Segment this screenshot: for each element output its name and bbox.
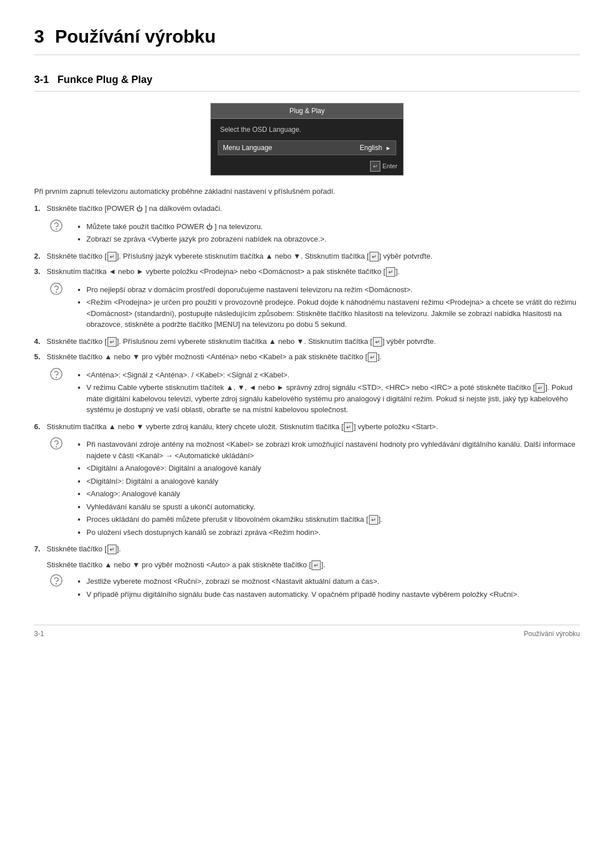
step-4: 4. Stiskněte tlačítko [↵]. Příslušnou ze…: [34, 336, 580, 347]
osd-enter-label: Enter: [383, 161, 397, 171]
section-header: 3-1 Funkce Plug & Play: [34, 72, 580, 92]
step-7-note-bullet-1: Jestliže vyberete možnost <Ruční>, zobra…: [86, 576, 580, 587]
osd-language-label: Menu Language: [223, 143, 272, 153]
step-1: 1. Stiskněte tlačítko [POWER ⏻ ] na dálk…: [34, 203, 580, 214]
step-6-note-bullet-6: Proces ukládání do paměti můžete přeruši…: [86, 514, 580, 525]
step-1-note-bullet-1: Můžete také použít tlačítko POWER ⏻ ] na…: [86, 221, 580, 232]
step-6-note: Při nastavování zdroje antény na možnost…: [50, 437, 580, 540]
step-5-note-bullet-1: <Anténa>: <Signál z <Anténa>. / <Kabel>:…: [86, 369, 580, 381]
section-number: 3-1: [34, 74, 49, 85]
step-3-number: 3.: [34, 266, 47, 277]
step-6: 6. Stisknutím tlačítka ▲ nebo ▼ vyberte …: [34, 421, 580, 433]
step-6-text: Stisknutím tlačítka ▲ nebo ▼ vyberte zdr…: [47, 421, 438, 433]
step-5-number: 5.: [34, 351, 47, 363]
step-7-note-bullet-2: V případě příjmu digitálního signálu bud…: [86, 589, 580, 600]
step-5: 5. Stiskněte tlačítko ▲ nebo ▼ pro výběr…: [34, 351, 580, 363]
footer-page-number: 3-1: [34, 629, 44, 639]
osd-arrow-right-icon: ►: [385, 144, 391, 152]
step-1-note-content: Můžete také použít tlačítko POWER ⏻ ] na…: [67, 219, 580, 247]
step-2-number: 2.: [34, 251, 47, 262]
section-title-text: Funkce Plug & Play: [57, 74, 152, 85]
osd-subtitle: Select the OSD Language.: [211, 119, 403, 138]
step-1-note: Můžete také použít tlačítko POWER ⏻ ] na…: [50, 219, 580, 247]
osd-title: Plug & Play: [211, 103, 403, 119]
svg-point-1: [56, 228, 57, 229]
osd-dialog: Plug & Play Select the OSD Language. Men…: [210, 103, 404, 176]
step-6-note-bullet-7: Po uložení všech dostupných kanálů se zo…: [86, 527, 580, 538]
note-icon-5: [50, 368, 63, 380]
step-7-text: Stiskněte tlačítko [↵].: [47, 543, 121, 555]
note-icon-6: [50, 437, 63, 450]
step-3-text: Stisknutím tlačítka ◄ nebo ► vyberte pol…: [47, 266, 400, 277]
osd-language-value: English ►: [360, 143, 391, 153]
step-4-number: 4.: [34, 336, 47, 347]
step-7: 7. Stiskněte tlačítko [↵].: [34, 543, 580, 555]
step-6-number: 6.: [34, 421, 47, 433]
step-3-note: Pro nejlepší obraz v domácím prostředí d…: [50, 282, 580, 333]
chapter-header: 3 Používání výrobku: [34, 23, 580, 55]
osd-enter-bar: ↵ Enter: [211, 157, 403, 175]
body-intro: Při prvním zapnutí televizoru automatick…: [34, 186, 580, 197]
step-5-note: <Anténa>: <Signál z <Anténa>. / <Kabel>:…: [50, 367, 580, 418]
page-footer: 3-1 Používání výrobku: [34, 625, 580, 639]
step-7-subtext: Stiskněte tlačítko ▲ nebo ▼ pro výběr mo…: [47, 559, 580, 571]
note-icon-7: [50, 574, 63, 587]
osd-language-row: Menu Language English ►: [218, 140, 396, 155]
step-7-note-content: Jestliže vyberete možnost <Ruční>, zobra…: [67, 574, 580, 602]
step-3-note-bullet-1: Pro nejlepší obraz v domácím prostředí d…: [86, 284, 580, 296]
chapter-number: 3: [34, 26, 44, 47]
osd-language-value-text: English: [360, 143, 382, 153]
step-5-note-bullet-2: V režimu Cable vyberte stisknutím tlačít…: [86, 382, 580, 416]
step-4-text: Stiskněte tlačítko [↵]. Příslušnou zemi …: [47, 336, 436, 347]
svg-point-9: [56, 583, 57, 584]
step-3-note-content: Pro nejlepší obraz v domácím prostředí d…: [67, 282, 580, 333]
osd-dialog-container: Plug & Play Select the OSD Language. Men…: [34, 103, 580, 176]
step-3-note-bullet-2: <Režim <Prodejna> je určen pro použití v…: [86, 297, 580, 330]
step-2-text: Stiskněte tlačítko [↵]. Příslušný jazyk …: [47, 251, 433, 262]
step-6-note-bullet-5: Vyhledávání kanálu se spustí a ukončí au…: [86, 501, 580, 513]
step-1-text: Stiskněte tlačítko [POWER ⏻ ] na dálkové…: [47, 203, 222, 214]
step-6-note-content: Při nastavování zdroje antény na možnost…: [67, 437, 580, 540]
step-1-number: 1.: [34, 203, 47, 214]
svg-point-5: [56, 376, 57, 377]
step-2: 2. Stiskněte tlačítko [↵]. Příslušný jaz…: [34, 251, 580, 262]
note-icon-1: [50, 219, 63, 232]
chapter-title-text: Používání výrobku: [55, 26, 216, 47]
step-7-note: Jestliže vyberete možnost <Ruční>, zobra…: [50, 574, 580, 602]
footer-section-name: Používání výrobku: [524, 629, 580, 639]
step-7-number: 7.: [34, 543, 47, 555]
enter-button-icon: ↵: [370, 161, 380, 172]
step-5-text: Stiskněte tlačítko ▲ nebo ▼ pro výběr mo…: [47, 351, 381, 363]
note-icon-3: [50, 283, 63, 295]
step-1-note-bullet-2: Zobrazí se zpráva <Vyberte jazyk pro zob…: [86, 234, 580, 245]
step-6-note-bullet-4: <Analog>: Analogové kanály: [86, 488, 580, 500]
step-6-note-bullet-2: <Digitální a Analogové>: Digitální a ana…: [86, 463, 580, 474]
step-6-note-bullet-1: Při nastavování zdroje antény na možnost…: [86, 439, 580, 461]
step-3: 3. Stisknutím tlačítka ◄ nebo ► vyberte …: [34, 266, 580, 277]
step-6-note-bullet-3: <Digitální>: Digitální a analogové kanál…: [86, 476, 580, 487]
step-5-note-content: <Anténa>: <Signál z <Anténa>. / <Kabel>:…: [67, 367, 580, 418]
svg-point-3: [56, 291, 57, 292]
svg-point-7: [56, 446, 57, 447]
